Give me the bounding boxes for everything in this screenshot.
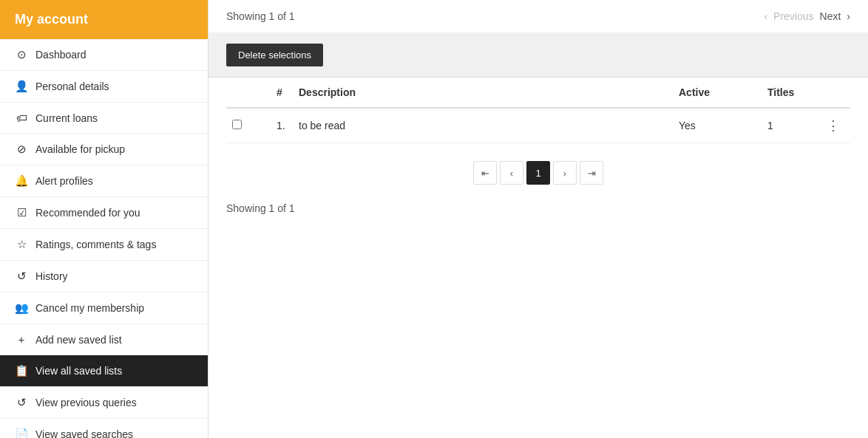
row-number: 1. [271, 108, 293, 143]
star-icon: ☆ [15, 238, 28, 251]
recommended-icon: ☑ [15, 206, 28, 219]
sidebar-item-ratings-comments-tags[interactable]: ☆ Ratings, comments & tags [0, 229, 208, 261]
row-actions-cell: ⋮ [821, 108, 850, 143]
sidebar-item-personal-details[interactable]: 👤 Personal details [0, 71, 208, 103]
saved-searches-icon: 📄 [15, 428, 28, 438]
top-bar: Showing 1 of 1 ‹ Previous Next › [208, 0, 868, 33]
col-header-actions [821, 78, 850, 108]
next-label[interactable]: Next [820, 10, 841, 22]
first-page-button[interactable]: ⇤ [473, 161, 497, 185]
sidebar-item-label: Available for pickup [35, 143, 125, 155]
sidebar-item-label: Cancel my membership [35, 302, 144, 314]
col-header-description: Description [293, 78, 673, 108]
sidebar-item-label: Dashboard [35, 49, 87, 61]
col-header-number [226, 78, 271, 108]
showing-count-top: Showing 1 of 1 [226, 10, 295, 22]
sidebar-item-label: View saved searches [35, 428, 133, 438]
sidebar-item-available-for-pickup[interactable]: ⊘ Available for pickup [0, 134, 208, 165]
saved-lists-table: # Description Active Titles 1. to be rea… [226, 78, 850, 143]
toolbar: Delete selections [208, 33, 868, 78]
top-pagination-nav: ‹ Previous Next › [764, 10, 850, 22]
sidebar-item-label: Current loans [35, 112, 98, 124]
list-icon: 📋 [15, 364, 28, 377]
main-content: Showing 1 of 1 ‹ Previous Next › Delete … [208, 0, 868, 438]
prev-chevron-icon[interactable]: ‹ [764, 10, 767, 22]
sidebar-item-label: History [35, 270, 68, 282]
showing-count-bottom: Showing 1 of 1 [208, 202, 868, 226]
last-page-button[interactable]: ⇥ [580, 161, 603, 185]
table-header-row: # Description Active Titles [226, 78, 850, 108]
next-chevron-icon[interactable]: › [847, 10, 850, 22]
sidebar-item-label: Recommended for you [35, 207, 140, 219]
row-checkbox[interactable] [232, 120, 242, 129]
sidebar-item-label: View previous queries [35, 397, 137, 408]
row-checkbox-cell [226, 108, 271, 143]
sidebar-item-current-loans[interactable]: 🏷 Current loans [0, 103, 208, 134]
table-area: # Description Active Titles 1. to be rea… [208, 78, 868, 143]
col-header-number-label: # [271, 78, 293, 108]
sidebar-item-label: Alert profiles [35, 175, 93, 187]
sidebar: My account ⊙ Dashboard 👤 Personal detail… [0, 0, 208, 438]
prev-page-button[interactable]: ‹ [500, 161, 523, 185]
row-description: to be read [293, 108, 673, 143]
loans-icon: 🏷 [15, 112, 28, 124]
sidebar-item-label: Personal details [35, 81, 109, 92]
row-actions-menu-button[interactable]: ⋮ [827, 118, 840, 133]
page-1-button[interactable]: 1 [526, 161, 550, 185]
cancel-membership-icon: 👥 [15, 301, 28, 315]
sidebar-item-view-saved-searches[interactable]: 📄 View saved searches [0, 419, 208, 438]
sidebar-item-label: View all saved lists [35, 365, 122, 377]
delete-selections-button[interactable]: Delete selections [226, 44, 323, 66]
pagination: ⇤ ‹ 1 › ⇥ [208, 143, 868, 202]
history-icon: ↺ [15, 270, 28, 283]
sidebar-item-view-all-saved-lists[interactable]: 📋 View all saved lists [0, 355, 208, 387]
col-header-titles: Titles [762, 78, 821, 108]
pickup-icon: ⊘ [15, 143, 28, 156]
col-header-active: Active [673, 78, 762, 108]
sidebar-item-label: Ratings, comments & tags [35, 239, 156, 250]
prev-label[interactable]: Previous [773, 10, 813, 22]
sidebar-item-add-new-saved-list[interactable]: + Add new saved list [0, 324, 208, 355]
add-icon: + [15, 333, 28, 346]
table-row: 1. to be read Yes 1 ⋮ [226, 108, 850, 143]
sidebar-title: My account [0, 0, 208, 39]
bell-icon: 🔔 [15, 174, 28, 188]
sidebar-item-alert-profiles[interactable]: 🔔 Alert profiles [0, 165, 208, 197]
sidebar-item-view-previous-queries[interactable]: ↺ View previous queries [0, 387, 208, 419]
sidebar-item-cancel-membership[interactable]: 👥 Cancel my membership [0, 292, 208, 324]
sidebar-item-dashboard[interactable]: ⊙ Dashboard [0, 39, 208, 71]
next-page-button[interactable]: › [553, 161, 577, 185]
row-titles: 1 [762, 108, 821, 143]
row-active: Yes [673, 108, 762, 143]
sidebar-item-history[interactable]: ↺ History [0, 261, 208, 292]
query-icon: ↺ [15, 396, 28, 409]
person-icon: 👤 [15, 80, 28, 93]
dashboard-icon: ⊙ [15, 48, 28, 61]
sidebar-item-recommended-for-you[interactable]: ☑ Recommended for you [0, 197, 208, 229]
sidebar-item-label: Add new saved list [35, 334, 122, 346]
